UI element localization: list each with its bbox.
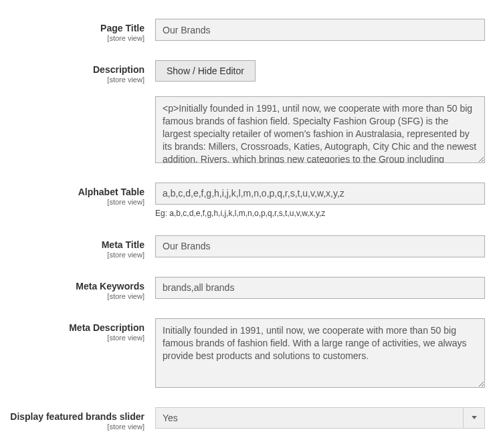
label-col: Page Title [store view] — [8, 19, 155, 43]
textarea-description[interactable]: <p>Initially founded in 1991, until now,… — [155, 96, 485, 163]
label-meta-title: Meta Title — [8, 239, 144, 251]
scope-label: [store view] — [8, 292, 144, 301]
label-page-title: Page Title — [8, 23, 144, 34]
scope-label: [store view] — [8, 251, 144, 259]
label-description: Description — [8, 64, 144, 76]
input-alphabet-table[interactable] — [155, 183, 485, 205]
scope-label: [store view] — [8, 334, 144, 342]
scope-label: [store view] — [8, 34, 144, 43]
label-col: Meta Title [store view] — [8, 235, 155, 259]
field-meta-keywords: Meta Keywords [store view] — [8, 277, 485, 301]
textarea-meta-description[interactable]: Initially founded in 1991, until now, we… — [155, 318, 485, 388]
label-meta-description: Meta Description — [8, 322, 144, 334]
hint-alphabet-table: Eg: a,b,c,d,e,f,g,h,i,j,k,l,m,n,o,p,q,r,… — [155, 209, 485, 218]
field-alphabet-table: Alphabet Table [store view] Eg: a,b,c,d,… — [8, 183, 485, 218]
label-alphabet-table: Alphabet Table — [8, 187, 144, 198]
field-display-featured-slider: Display featured brands slider [store vi… — [8, 407, 485, 431]
field-description-body: <p>Initially founded in 1991, until now,… — [8, 96, 485, 165]
input-meta-title[interactable] — [155, 235, 485, 257]
input-page-title[interactable] — [155, 19, 485, 41]
label-col: Meta Keywords [store view] — [8, 277, 155, 301]
label-col: Display featured brands slider [store vi… — [8, 407, 155, 431]
label-col: Meta Description [store view] — [8, 318, 155, 342]
scope-label: [store view] — [8, 76, 144, 84]
field-page-title: Page Title [store view] — [8, 19, 485, 43]
label-meta-keywords: Meta Keywords — [8, 281, 144, 292]
scope-label: [store view] — [8, 423, 144, 431]
select-value: Yes — [163, 413, 178, 423]
label-col: Description [store view] — [8, 60, 155, 84]
input-meta-keywords[interactable] — [155, 277, 485, 299]
toggle-editor-button[interactable]: Show / Hide Editor — [155, 60, 256, 82]
field-description-header: Description [store view] Show / Hide Edi… — [8, 60, 485, 84]
label-display-featured-slider: Display featured brands slider — [8, 411, 144, 423]
select-display-featured-slider[interactable]: Yes — [155, 407, 485, 429]
field-meta-description: Meta Description [store view] Initially … — [8, 318, 485, 390]
field-meta-title: Meta Title [store view] — [8, 235, 485, 259]
scope-label: [store view] — [8, 198, 144, 207]
label-col: Alphabet Table [store view] — [8, 183, 155, 207]
